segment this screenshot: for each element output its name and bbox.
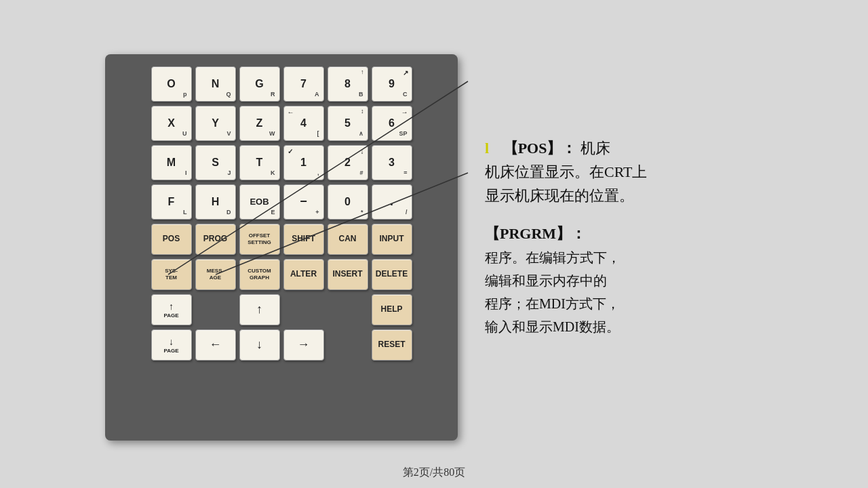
key-left[interactable]: ← — [195, 329, 236, 361]
key-EOB[interactable]: EOB E — [239, 184, 280, 220]
key-INPUT[interactable]: INPUT — [372, 224, 412, 255]
key-ALTER[interactable]: ALTER — [283, 259, 324, 290]
pos-text-suffix: 机床 — [580, 140, 610, 157]
desc-section1: l 【POS】： 机床 机床位置显示。在CRT上 显示机床现在的位置。 — [485, 136, 848, 208]
key-page-up[interactable]: ↑ PAGE — [151, 294, 192, 325]
key-CAN[interactable]: CAN — [328, 224, 368, 255]
key-1[interactable]: ✓ 1, — [283, 145, 324, 180]
pos-text-2: 显示机床现在的位置。 — [485, 187, 634, 204]
key-INSERT[interactable]: INSERT — [328, 259, 368, 290]
key-HELP[interactable]: HELP — [372, 294, 412, 325]
pos-text-1: 机床位置显示。在CRT上 — [485, 163, 647, 180]
key-T[interactable]: TK — [239, 145, 280, 180]
key-SYSTEM[interactable]: SYS-TEM — [151, 259, 192, 290]
prgrm-text-3: 程序；在MDI方式下， — [485, 296, 620, 311]
key-4[interactable]: ← 4[ — [283, 106, 324, 141]
page-container: Op NQ GR 7A ↑ 8B ↗ 9C XU — [0, 0, 868, 488]
key-RESET[interactable]: RESET — [372, 329, 412, 361]
key-S[interactable]: SJ — [195, 145, 236, 180]
key-empty-3 — [328, 294, 368, 325]
key-empty-4 — [328, 329, 368, 361]
keyboard-panel: Op NQ GR 7A ↑ 8B ↗ 9C XU — [105, 54, 458, 441]
key-MESSAGE[interactable]: MESS-AGE — [195, 259, 236, 290]
key-6[interactable]: → 6SP — [372, 106, 412, 141]
key-M[interactable]: MI — [151, 145, 192, 180]
prgrm-text-1: 程序。在编辑方式下， — [485, 250, 620, 265]
key-N[interactable]: NQ — [195, 66, 236, 102]
key-down[interactable]: ↓ — [239, 329, 280, 361]
key-2[interactable]: ↓ 2# — [328, 145, 368, 180]
key-POS[interactable]: POS — [151, 224, 192, 255]
key-8[interactable]: ↑ 8B — [328, 66, 368, 102]
prgrm-text-2: 编辑和显示内存中的 — [485, 273, 607, 288]
key-OFFSET[interactable]: OFFSETSETTING — [239, 224, 280, 255]
key-row-1: Op NQ GR 7A ↑ 8B ↗ 9C — [117, 66, 446, 102]
description-panel: l 【POS】： 机床 机床位置显示。在CRT上 显示机床现在的位置。 【PRG… — [485, 136, 868, 339]
key-7[interactable]: 7A — [283, 66, 324, 102]
key-dot[interactable]: . / — [372, 184, 412, 220]
prgrm-text-4: 输入和显示MDI数据。 — [485, 319, 620, 334]
key-X[interactable]: XU — [151, 106, 192, 141]
key-empty-2 — [283, 294, 324, 325]
key-empty-1 — [195, 294, 236, 325]
prgrm-title: 【PRGRM】： — [485, 225, 586, 242]
key-3[interactable]: 3= — [372, 145, 412, 180]
page-indicator: 第2页/共80页 — [403, 466, 465, 480]
key-DELETE[interactable]: DELETE — [372, 259, 412, 290]
key-H[interactable]: HD — [195, 184, 236, 220]
desc-section2: 【PRGRM】： 程序。在编辑方式下， 编辑和显示内存中的 程序；在MDI方式下… — [485, 221, 848, 338]
key-row-func2: SYS-TEM MESS-AGE CUSTOMGRAPH ALTER INSER… — [117, 259, 446, 290]
key-Z[interactable]: ZW — [239, 106, 280, 141]
key-page-down[interactable]: ↓ PAGE — [151, 329, 192, 361]
key-row-3: MI SJ TK ✓ 1, ↓ 2# 3= — [117, 145, 446, 180]
key-row-2: XU YV ZW ← 4[ ↕ 5∧ → 6SP — [117, 106, 446, 141]
key-minus[interactable]: − + — [283, 184, 324, 220]
key-O[interactable]: Op — [151, 66, 192, 102]
key-F[interactable]: FL — [151, 184, 192, 220]
key-row-4: FL HD EOB E − + 0* . / — [117, 184, 446, 220]
key-up[interactable]: ↑ — [239, 294, 280, 325]
key-row-nav1: ↑ PAGE ↑ HELP — [117, 294, 446, 325]
key-PROG[interactable]: PROG — [195, 224, 236, 255]
key-G[interactable]: GR — [239, 66, 280, 102]
key-row-nav2: ↓ PAGE ← ↓ → RESET — [117, 329, 446, 361]
pos-title: 【POS】： — [503, 140, 577, 157]
key-right[interactable]: → — [283, 329, 324, 361]
key-row-func1: POS PROG OFFSETSETTING SHIFT CAN INPUT — [117, 224, 446, 255]
key-0[interactable]: 0* — [328, 184, 368, 220]
key-SHIFT[interactable]: SHIFT — [283, 224, 324, 255]
key-5[interactable]: ↕ 5∧ — [328, 106, 368, 141]
key-9[interactable]: ↗ 9C — [372, 66, 412, 102]
yellow-marker: l — [485, 140, 489, 157]
key-Y[interactable]: YV — [195, 106, 236, 141]
key-CUSTOM[interactable]: CUSTOMGRAPH — [239, 259, 280, 290]
